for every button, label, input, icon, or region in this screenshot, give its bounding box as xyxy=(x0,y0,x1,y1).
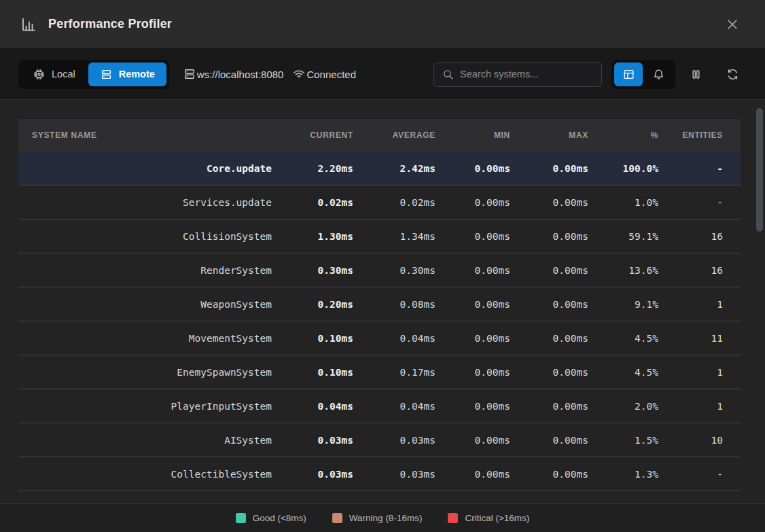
table-row[interactable]: AISystem0.03ms0.03ms0.00ms0.00ms1.5%10 xyxy=(18,423,741,457)
pause-icon xyxy=(690,68,702,81)
systems-table: SYSTEM NAME CURRENT AVERAGE MIN MAX % EN… xyxy=(18,119,741,491)
current-cell: 0.02ms xyxy=(272,197,353,208)
max-cell: 0.00ms xyxy=(510,435,588,446)
table-view-icon xyxy=(622,68,635,81)
column-header-system-name[interactable]: SYSTEM NAME xyxy=(18,130,272,140)
page-title: Performance Profiler xyxy=(48,17,172,31)
current-cell: 0.04ms xyxy=(272,401,353,412)
warning-swatch xyxy=(332,513,342,523)
remote-button[interactable]: Remote xyxy=(88,63,166,86)
remote-button-label: Remote xyxy=(119,69,155,79)
percent-cell: 1.3% xyxy=(588,469,658,480)
column-header-entities[interactable]: ENTITIES xyxy=(658,130,723,140)
local-button-label: Local xyxy=(52,69,75,79)
entities-cell: - xyxy=(658,469,723,480)
alerts-button[interactable] xyxy=(644,63,673,86)
max-cell: 0.00ms xyxy=(510,163,588,174)
bar-chart-icon xyxy=(20,16,37,33)
average-cell: 2.42ms xyxy=(353,163,435,174)
entities-cell: 1 xyxy=(658,367,723,378)
table-header-row: SYSTEM NAME CURRENT AVERAGE MIN MAX % EN… xyxy=(18,119,741,152)
table-row[interactable]: RenderSystem0.30ms0.30ms0.00ms0.00ms13.6… xyxy=(18,253,741,287)
max-cell: 0.00ms xyxy=(510,333,588,344)
column-header-max[interactable]: MAX xyxy=(510,130,588,140)
percent-cell: 100.0% xyxy=(588,163,658,174)
scrollbar-thumb[interactable] xyxy=(756,108,763,232)
good-swatch xyxy=(236,513,246,523)
percent-cell: 2.0% xyxy=(588,401,658,412)
column-header-percent[interactable]: % xyxy=(588,130,658,140)
search-input[interactable] xyxy=(460,69,593,79)
percent-cell: 1.0% xyxy=(588,197,658,208)
table-row[interactable]: Core.update2.20ms2.42ms0.00ms0.00ms100.0… xyxy=(18,152,741,185)
min-cell: 0.00ms xyxy=(435,231,510,242)
table-row[interactable]: CollectibleSystem0.03ms0.03ms0.00ms0.00m… xyxy=(18,457,741,491)
average-cell: 1.34ms xyxy=(353,231,435,242)
column-header-average[interactable]: AVERAGE xyxy=(353,130,435,140)
current-cell: 2.20ms xyxy=(272,163,353,174)
system-name-cell: WeaponSystem xyxy=(18,299,272,310)
percent-cell: 1.5% xyxy=(588,435,658,446)
current-cell: 0.10ms xyxy=(272,333,353,344)
current-cell: 0.10ms xyxy=(272,367,353,378)
min-cell: 0.00ms xyxy=(435,299,510,310)
average-cell: 0.17ms xyxy=(353,367,435,378)
min-cell: 0.00ms xyxy=(435,367,510,378)
source-toggle: Local Remote xyxy=(18,60,169,89)
table-view-button[interactable] xyxy=(614,63,643,86)
max-cell: 0.00ms xyxy=(510,401,588,412)
bell-icon xyxy=(652,68,665,81)
percent-cell: 4.5% xyxy=(588,333,658,344)
table-body: Core.update2.20ms2.42ms0.00ms0.00ms100.0… xyxy=(18,152,741,491)
legend-good-label: Good (<8ms) xyxy=(253,513,306,523)
table-row[interactable]: CollisionSystem1.30ms1.34ms0.00ms0.00ms5… xyxy=(18,219,741,253)
search-box xyxy=(433,62,602,87)
pause-button[interactable] xyxy=(683,62,708,86)
table-row[interactable]: PlayerInputSystem0.04ms0.04ms0.00ms0.00m… xyxy=(18,389,741,423)
system-name-cell: MovementSystem xyxy=(18,333,272,344)
connection-info: ws://localhost:8080 Connected xyxy=(183,67,356,81)
table-row[interactable]: Services.update0.02ms0.02ms0.00ms0.00ms1… xyxy=(18,185,741,219)
performance-profiler-window: Performance Profiler Local xyxy=(0,0,765,532)
current-cell: 0.03ms xyxy=(272,435,353,446)
vertical-scrollbar xyxy=(756,103,763,500)
max-cell: 0.00ms xyxy=(510,367,588,378)
legend-item-good: Good (<8ms) xyxy=(236,513,306,523)
close-icon[interactable] xyxy=(723,15,742,34)
entities-cell: 11 xyxy=(658,333,723,344)
legend-item-warning: Warning (8-16ms) xyxy=(332,513,423,523)
average-cell: 0.04ms xyxy=(353,333,435,344)
percent-cell: 9.1% xyxy=(588,299,658,310)
websocket-url: ws://localhost:8080 xyxy=(197,69,284,80)
system-name-cell: EnemySpawnSystem xyxy=(18,367,272,378)
entities-cell: - xyxy=(658,197,723,208)
main-content: SYSTEM NAME CURRENT AVERAGE MIN MAX % EN… xyxy=(0,100,765,503)
system-name-cell: CollisionSystem xyxy=(18,231,272,242)
average-cell: 0.30ms xyxy=(353,265,435,276)
max-cell: 0.00ms xyxy=(510,469,588,480)
legend-critical-label: Critical (>16ms) xyxy=(465,513,529,523)
server-icon xyxy=(183,67,196,81)
refresh-button[interactable] xyxy=(720,62,745,86)
max-cell: 0.00ms xyxy=(510,197,588,208)
percent-cell: 13.6% xyxy=(588,265,658,276)
average-cell: 0.02ms xyxy=(353,197,435,208)
local-button[interactable]: Local xyxy=(21,63,87,86)
max-cell: 0.00ms xyxy=(510,231,588,242)
legend-item-critical: Critical (>16ms) xyxy=(448,513,529,523)
entities-cell: 16 xyxy=(658,231,723,242)
column-header-current[interactable]: CURRENT xyxy=(272,130,353,140)
entities-cell: - xyxy=(658,163,723,174)
min-cell: 0.00ms xyxy=(435,469,510,480)
min-cell: 0.00ms xyxy=(435,163,510,174)
table-row[interactable]: EnemySpawnSystem0.10ms0.17ms0.00ms0.00ms… xyxy=(18,355,741,389)
wifi-icon xyxy=(292,67,306,81)
column-header-min[interactable]: MIN xyxy=(435,130,510,140)
current-cell: 0.03ms xyxy=(272,469,353,480)
table-row[interactable]: MovementSystem0.10ms0.04ms0.00ms0.00ms4.… xyxy=(18,321,741,355)
min-cell: 0.00ms xyxy=(435,265,510,276)
system-name-cell: CollectibleSystem xyxy=(18,469,272,480)
legend-warning-label: Warning (8-16ms) xyxy=(349,513,423,523)
max-cell: 0.00ms xyxy=(510,299,588,310)
table-row[interactable]: WeaponSystem0.20ms0.08ms0.00ms0.00ms9.1%… xyxy=(18,287,741,321)
